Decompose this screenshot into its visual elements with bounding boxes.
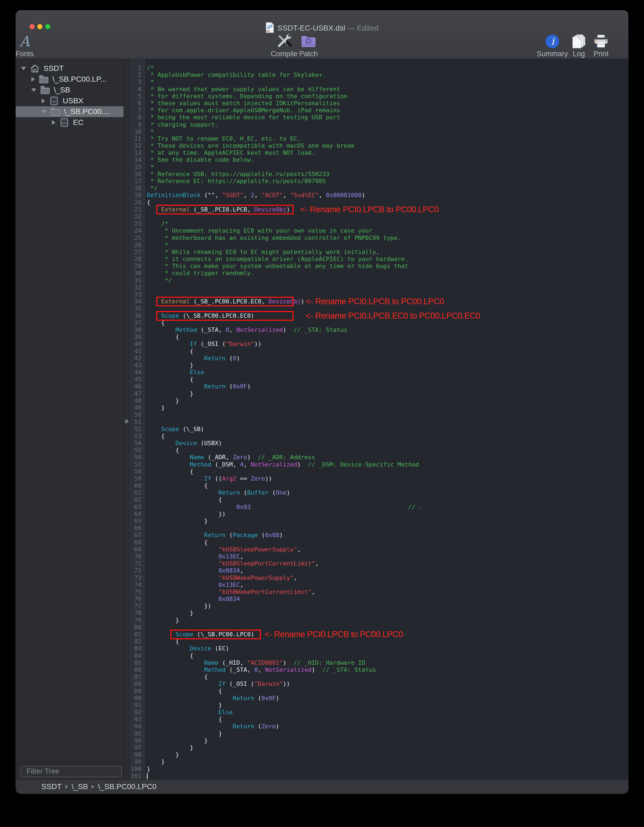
code-text[interactable]: } [144,397,179,404]
disclosure-triangle[interactable] [52,120,55,125]
code-text[interactable]: * Reference EC: https://applelife.ru/pos… [144,178,326,185]
code-text[interactable]: Return (Package (0x08) [144,532,283,539]
code-text[interactable]: Return (0x0F) [144,383,251,390]
code-text[interactable]: If ((Arg2 == Zero)) [144,475,272,482]
code-text[interactable]: { [144,376,193,383]
code-text[interactable]: External (_SB_.PCI0.LPCB, DeviceObj) [144,206,290,213]
code-text[interactable]: Return (0) [144,355,240,362]
code-text[interactable]: } [144,617,179,624]
code-text[interactable]: If (_OSI ("Darwin")) [144,340,262,348]
breadcrumb[interactable]: SSDT\_SB\_SB.PC00.LPC0 [41,782,156,791]
code-text[interactable]: 0x0834, [144,567,243,574]
code-text[interactable]: External (_SB_.PC00.LPC0.EC0, DeviceObj) [144,298,304,305]
code-text[interactable]: Name (_ADR, Zero) // _ADR: Address [144,454,315,461]
tree-item-sbpc00lp[interactable]: \_SB.PC00.LP... [16,74,123,85]
code-text[interactable]: * Uncomment replacing EC0 with your own … [144,227,372,234]
code-text[interactable]: Else [144,709,233,716]
code-text[interactable]: 0x0834 [144,596,240,602]
code-text[interactable]: * Reference USB: https://applelife.ru/po… [144,171,329,178]
code-text[interactable]: * Be warned that power supply values can… [144,86,340,93]
code-text[interactable]: * these values must match injected IOKit… [144,100,340,107]
code-text[interactable]: } [144,730,222,737]
code-text[interactable]: Method (_STA, 0, NotSerialized) // _STA:… [144,666,376,673]
code-text[interactable] [144,284,147,291]
code-text[interactable]: * See the disable code below. [144,156,254,163]
tree-item-ec[interactable]: EC [16,117,123,128]
disclosure-triangle[interactable] [21,67,26,70]
code-text[interactable]: * Try NOT to rename EC0, H_EC, etc. to E… [144,135,301,142]
splitter-handle-dot[interactable] [125,420,128,423]
code-text[interactable]: Scope (\_SB.PC00.LPC0) [144,631,254,638]
code-text[interactable]: Scope (\_SB.PC00.LPC0.EC0) [144,312,254,319]
disclosure-triangle[interactable] [42,98,45,103]
tree-item-ssdt[interactable]: SSDT [16,63,123,74]
code-text[interactable]: } [144,518,207,525]
sidebar-splitter[interactable] [123,59,129,779]
code-text[interactable]: { [144,334,179,340]
code-text[interactable]: If (_OSI ("Darwin")) [144,680,290,687]
code-text[interactable]: Method (_DSM, 4, NotSerialized) // _DSM:… [144,461,419,468]
code-text[interactable]: Return (Buffer (One) [144,489,290,496]
breadcrumb-item[interactable]: \_SB.PC00.LPC0 [98,782,156,791]
code-text[interactable]: 0x13EC, [144,582,243,588]
code-text[interactable] [144,525,147,532]
code-text[interactable]: } [144,737,207,744]
code-text[interactable] [144,418,147,425]
code-text[interactable]: { [144,539,207,546]
code-text[interactable]: */ [144,185,157,192]
code-text[interactable] [144,291,147,298]
code-text[interactable]: { [144,348,193,355]
code-text[interactable]: } [144,390,193,397]
code-text[interactable]: Device (EC) [144,645,229,652]
code-text[interactable]: } [144,404,165,411]
code-text[interactable]: { [144,468,193,475]
code-text[interactable] [144,624,147,631]
code-text[interactable]: * While renaming EC0 to EC might potenti… [144,248,380,256]
code-text[interactable]: { [144,652,193,659]
code-text[interactable] [144,411,147,418]
code-text[interactable]: Scope (\_SB) [144,426,204,433]
code-text[interactable]: * These devices are incompatible with ma… [144,142,354,149]
code-text[interactable]: * for com.apple.driver.AppleUSBMergeNub.… [144,107,340,114]
code-text[interactable]: { [144,433,165,440]
code-editor[interactable]: 1/*2 * AppleUsbPower compatibility table… [129,59,628,779]
code-text[interactable]: { [144,496,222,503]
code-text[interactable]: } [144,758,165,765]
code-text[interactable]: 0x13EC, [144,553,243,560]
code-text[interactable]: } [144,751,179,758]
code-text[interactable]: * [144,164,154,171]
breadcrumb-item[interactable]: \_SB [72,782,88,791]
code-text[interactable]: { [144,688,222,695]
fonts-button[interactable]: A Fonts [16,34,48,58]
code-text[interactable]: * AppleUsbPower compatibility table for … [144,72,326,78]
code-text[interactable]: DefinitionBlock ("", "SSDT", 2, "ACDT", … [144,192,365,199]
code-text[interactable]: { [144,482,207,489]
code-text[interactable]: * could trigger randomly. [144,270,254,277]
code-text[interactable]: * being the most reliable device for tes… [144,114,340,121]
code-text[interactable]: * for different systems. Depending on th… [144,93,348,100]
code-text[interactable]: Else [144,369,204,376]
disclosure-triangle[interactable] [31,77,35,82]
code-text[interactable]: Method (_STA, 0, NotSerialized) // _STA:… [144,326,348,334]
code-text[interactable]: { [144,319,165,326]
code-text[interactable]: Return (Zero) [144,723,279,730]
code-text[interactable]: "kUSBWakePowerSupply", [144,574,297,582]
code-text[interactable]: { [144,638,179,645]
code-text[interactable]: * at any time. AppleACPIEC kext must NOT… [144,149,315,156]
patch-button[interactable]: Patch [285,34,331,58]
code-text[interactable]: Name (_HID, "ACID0001") // _HID: Hardwar… [144,659,365,666]
code-text[interactable]: }) [144,510,226,518]
code-text[interactable]: "kUSBSleepPortCurrentLimit", [144,560,319,567]
code-text[interactable]: "kUSBWakePortCurrentLimit", [144,588,315,596]
code-text[interactable]: * charging support. [144,121,218,128]
code-text[interactable]: Device (USBX) [144,440,222,447]
code-text[interactable]: * it connects an incompatible driver (Ap… [144,256,408,262]
filter-tree-field[interactable] [20,766,122,777]
code-text[interactable] [144,213,147,220]
code-text[interactable]: { [144,199,150,206]
disclosure-triangle[interactable] [31,89,36,92]
tree-item-sbpc00[interactable]: \_SB.PC00.... [16,106,123,117]
code-text[interactable]: "kUSBSleepPowerSupply", [144,546,301,553]
code-text[interactable]: Return (0x0F) [144,695,279,702]
filter-tree-input[interactable] [27,767,122,776]
